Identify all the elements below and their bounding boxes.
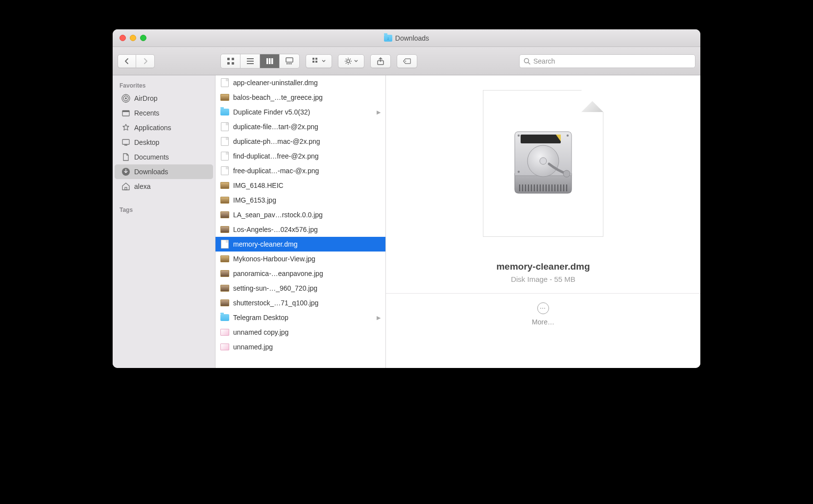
page-curl-icon	[581, 91, 603, 112]
file-label: memory-cleaner.dmg	[233, 240, 298, 248]
file-label: Telegram Desktop	[233, 314, 288, 321]
sidebar-item-applications[interactable]: Applications	[115, 120, 213, 135]
nav-buttons	[118, 54, 155, 68]
column-view-button[interactable]	[260, 54, 280, 68]
more-button[interactable]: ⋯ More…	[532, 302, 554, 326]
window-body: Favorites AirDrop Recents Applications	[113, 75, 700, 368]
file-row[interactable]: Los-Angeles-…024x576.jpg	[215, 222, 385, 237]
file-row[interactable]: duplicate-ph…mac-@2x.png	[215, 134, 385, 149]
more-label: More…	[532, 318, 554, 326]
sidebar-item-label: Applications	[134, 124, 171, 132]
svg-point-20	[405, 60, 406, 61]
sidebar-item-home[interactable]: alexa	[115, 179, 213, 194]
file-row[interactable]: balos-beach_…te_greece.jpg	[215, 90, 385, 105]
chevron-right-icon	[143, 58, 148, 64]
back-button[interactable]	[118, 54, 136, 68]
file-label: IMG_6148.HEIC	[233, 182, 284, 189]
sidebar-section-favorites: Favorites	[113, 78, 215, 91]
file-row[interactable]: memory-cleaner.dmg	[215, 237, 385, 252]
image-file-icon	[220, 298, 229, 307]
svg-rect-8	[269, 58, 271, 64]
file-row[interactable]: Mykonos-Harbour-View.jpg	[215, 252, 385, 266]
file-row[interactable]: IMG_6148.HEIC	[215, 178, 385, 193]
chevron-down-icon	[322, 60, 326, 63]
preview-thumbnail	[483, 90, 603, 237]
desktop-icon	[121, 138, 130, 147]
document-file-icon	[220, 137, 229, 146]
file-row[interactable]: Duplicate Finder v5.0(32)▶	[215, 105, 385, 119]
sidebar-item-desktop[interactable]: Desktop	[115, 135, 213, 150]
sidebar-item-airdrop[interactable]: AirDrop	[115, 91, 213, 106]
search-field[interactable]: Search	[519, 54, 695, 68]
svg-rect-17	[315, 61, 317, 63]
arrange-button[interactable]	[306, 54, 332, 68]
more-icon: ⋯	[537, 302, 549, 314]
image-file-icon	[220, 328, 229, 337]
file-row[interactable]: IMG_6153.jpg	[215, 193, 385, 207]
file-row[interactable]: unnamed copy.jpg	[215, 325, 385, 340]
gallery-icon	[286, 57, 293, 65]
image-file-icon	[220, 210, 229, 219]
tags-button[interactable]	[397, 54, 417, 68]
svg-rect-14	[312, 58, 314, 60]
sidebar-item-downloads[interactable]: Downloads	[115, 164, 213, 179]
file-row[interactable]: app-cleaner-uninstaller.dmg	[215, 75, 385, 90]
svg-rect-1	[232, 58, 234, 60]
forward-button[interactable]	[136, 54, 155, 68]
image-file-icon	[220, 269, 229, 278]
list-view-button[interactable]	[240, 54, 260, 68]
document-file-icon	[220, 240, 229, 249]
file-label: free-duplicat…-mac-@x.png	[233, 167, 319, 175]
image-file-icon	[220, 196, 229, 205]
file-label: unnamed.jpg	[233, 343, 273, 351]
share-button[interactable]	[370, 54, 391, 68]
file-row[interactable]: panoramica-…eanpavone.jpg	[215, 266, 385, 281]
sidebar-item-label: Desktop	[134, 138, 159, 146]
action-button[interactable]	[338, 54, 364, 68]
file-row[interactable]: shutterstock_…71_q100.jpg	[215, 296, 385, 310]
home-icon	[121, 182, 130, 191]
svg-point-18	[347, 60, 350, 63]
finder-window: ↓ Downloads	[113, 29, 700, 368]
svg-point-50	[540, 158, 547, 164]
grid-icon	[227, 57, 235, 65]
image-file-icon	[220, 284, 229, 293]
preview-subtitle: Disk Image - 55 MB	[511, 275, 575, 283]
file-row[interactable]: duplicate-file…tart-@2x.png	[215, 119, 385, 134]
file-label: Los-Angeles-…024x576.jpg	[233, 226, 318, 233]
svg-rect-10	[286, 58, 293, 62]
sidebar-item-recents[interactable]: Recents	[115, 106, 213, 120]
svg-rect-48	[521, 135, 561, 143]
file-label: find-duplicat…free-@2x.png	[233, 152, 319, 160]
downloads-folder-icon: ↓	[384, 35, 392, 42]
view-segmented-control	[220, 54, 300, 69]
minimize-window-button[interactable]	[130, 35, 136, 41]
file-row[interactable]: setting-sun-…_960_720.jpg	[215, 281, 385, 296]
sidebar-item-documents[interactable]: Documents	[115, 150, 213, 164]
disk-image-icon	[509, 124, 577, 203]
icon-view-button[interactable]	[221, 54, 240, 68]
file-label: Mykonos-Harbour-View.jpg	[233, 255, 315, 263]
svg-rect-28	[124, 145, 127, 146]
svg-rect-12	[288, 63, 290, 65]
traffic-lights	[113, 35, 146, 41]
gallery-view-button[interactable]	[280, 54, 299, 68]
file-row[interactable]: Telegram Desktop▶	[215, 310, 385, 325]
file-row[interactable]: LA_sean_pav…rstock.0.0.jpg	[215, 207, 385, 222]
file-row[interactable]: free-duplicat…-mac-@x.png	[215, 163, 385, 178]
close-window-button[interactable]	[120, 35, 126, 41]
file-label: IMG_6153.jpg	[233, 196, 276, 204]
sidebar: Favorites AirDrop Recents Applications	[113, 75, 215, 368]
file-row[interactable]: unnamed.jpg	[215, 340, 385, 354]
file-row[interactable]: find-duplicat…free-@2x.png	[215, 149, 385, 163]
document-file-icon	[220, 152, 229, 160]
disclosure-arrow-icon: ▶	[377, 315, 381, 321]
window-title: ↓ Downloads	[113, 34, 700, 42]
tag-icon	[403, 57, 411, 65]
airdrop-icon	[121, 94, 130, 103]
svg-rect-7	[266, 58, 268, 64]
zoom-window-button[interactable]	[140, 35, 146, 41]
document-file-icon	[220, 122, 229, 131]
svg-point-21	[525, 58, 529, 63]
file-column[interactable]: app-cleaner-uninstaller.dmgbalos-beach_……	[215, 75, 386, 368]
